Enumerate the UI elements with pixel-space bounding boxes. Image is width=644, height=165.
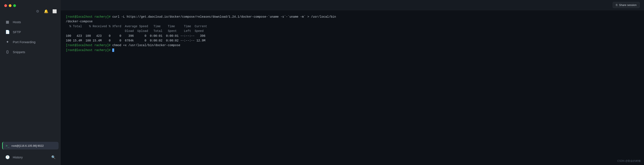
watermark: CSDN @勤奋的树懒: [617, 159, 640, 163]
terminal-cursor: [112, 48, 114, 52]
share-icon: ⎘: [616, 3, 618, 6]
terminal-line-4: 100 423 100 423 0 0 396 0 0:00:01 0:00:0…: [66, 34, 639, 38]
history-icon: 🕐: [5, 155, 10, 160]
settings-icon[interactable]: ⚙: [35, 9, 40, 14]
port-forwarding-label: Port Forwarding: [13, 40, 36, 44]
active-session-item[interactable]: >_ root@[116.6.105.98]:9022: [2, 142, 58, 150]
snippets-label: Snippets: [13, 50, 25, 54]
watermark-text: CSDN @勤奋的树懒: [617, 160, 640, 163]
terminal-line-3: Dload Upload Total Spent Left Speed: [66, 29, 639, 33]
share-session-label: Share session: [619, 3, 636, 6]
terminal-line-7: [root@localhost rachery]#: [66, 48, 639, 52]
topbar: ⎘ Share session: [61, 0, 644, 10]
sidebar-item-port-forwarding[interactable]: ✦ Port Forwarding: [2, 37, 58, 47]
share-session-button[interactable]: ⎘ Share session: [613, 2, 640, 8]
sftp-icon: 📄: [5, 30, 10, 34]
window-controls: [0, 0, 61, 9]
port-forwarding-icon: ✦: [5, 40, 10, 44]
history-search-icon[interactable]: 🔍: [51, 155, 56, 159]
sidebar-item-snippets[interactable]: {} Snippets: [2, 47, 58, 56]
terminal-session-icon: >_: [6, 144, 9, 147]
terminal-output[interactable]: [root@localhost rachery]# curl -L https:…: [61, 10, 644, 165]
history-header-left: 🕐 History: [5, 155, 23, 160]
sidebar: ⚙ 🔔 ⬜ ▦ Hosts 📄 SFTP ✦ Port Forwarding {…: [0, 0, 61, 165]
minimize-button[interactable]: [9, 4, 12, 7]
sidebar-item-hosts[interactable]: ▦ Hosts: [2, 17, 58, 26]
hosts-icon: ▦: [5, 20, 10, 24]
sidebar-item-sftp[interactable]: 📄 SFTP: [2, 27, 58, 37]
sftp-icon-top[interactable]: ⬜: [52, 9, 57, 14]
hosts-label: Hosts: [13, 20, 21, 24]
terminal-line-5: 100 15.4M 100 15.4M 0 0 6784k 0 0:00:02 …: [66, 38, 639, 43]
sftp-label: SFTP: [13, 30, 21, 34]
close-button[interactable]: [4, 4, 7, 7]
session-label: root@[116.6.105.98]:9022: [12, 144, 44, 147]
history-section: 🕐 History 🔍: [0, 151, 61, 165]
maximize-button[interactable]: [13, 4, 16, 7]
snippets-icon: {}: [5, 50, 10, 54]
terminal-line-1: [root@localhost rachery]# curl -L https:…: [66, 14, 639, 19]
terminal-line-6: [root@localhost rachery]# chmod +x /usr/…: [66, 43, 639, 48]
sidebar-nav: ▦ Hosts 📄 SFTP ✦ Port Forwarding {} Snip…: [0, 16, 61, 140]
bell-icon[interactable]: 🔔: [44, 9, 48, 14]
main-content: ⎘ Share session [root@localhost rachery]…: [61, 0, 644, 165]
terminal-line-2: % Total % Received % Xferd Average Speed…: [66, 24, 639, 29]
history-label: History: [13, 156, 23, 159]
terminal-line-1b: /docker-compose: [66, 19, 639, 24]
history-header[interactable]: 🕐 History 🔍: [2, 153, 58, 162]
sidebar-top-icons: ⚙ 🔔 ⬜: [0, 9, 61, 16]
